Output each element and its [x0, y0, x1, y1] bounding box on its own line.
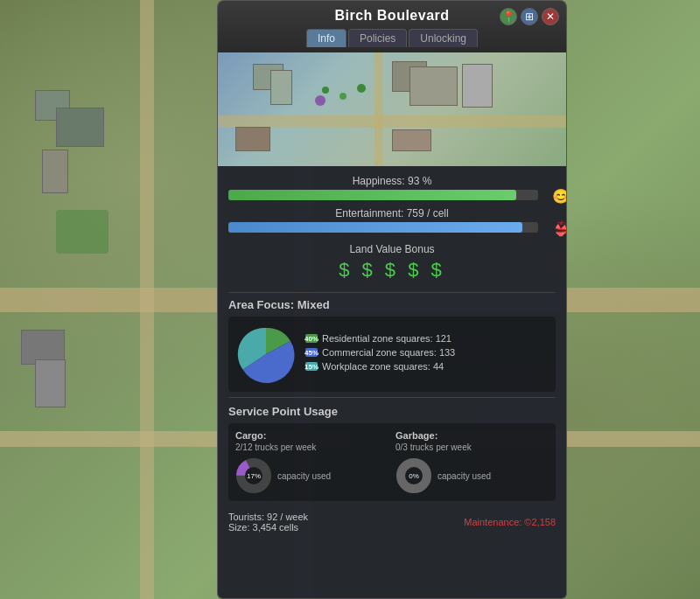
pie-legend: 40% Residential zone squares: 121 45% Co… — [305, 333, 549, 375]
legend-dot-cyan: 15% — [305, 362, 318, 371]
garbage-service: Garbage: 0/3 trucks per week 0% capacity… — [396, 430, 549, 494]
entertainment-icon: 👙 — [552, 220, 567, 237]
cargo-donut-row: 17% capacity used — [235, 457, 331, 494]
garbage-value: 0/3 trucks per week — [396, 442, 472, 452]
entertainment-stat: Entertainment: 759 / cell 👙 — [228, 207, 556, 233]
title-bar: Birch Boulevard 📍 ⊞ ✕ Info Policies Unlo… — [217, 0, 567, 52]
area-focus-pie-chart — [235, 324, 297, 385]
tourists-stat: Tourists: 92 / week — [228, 512, 308, 522]
cargo-capacity-label: capacity used — [277, 471, 331, 481]
legend-commercial: 45% Commercial zone squares: 133 — [305, 347, 549, 358]
service-point-title: Service Point Usage — [228, 405, 556, 418]
legend-dot-green: 40% — [305, 334, 318, 343]
cargo-service: Cargo: 2/12 trucks per week 17% capacity… — [235, 430, 388, 494]
legend-residential-text: Residential zone squares: 121 — [322, 333, 452, 344]
garbage-donut-row: 0% capacity used — [396, 457, 491, 494]
grid-icon-button[interactable]: ⊞ — [521, 8, 538, 25]
area-focus-title: Area Focus: Mixed — [228, 298, 556, 311]
svg-text:0%: 0% — [409, 472, 419, 480]
info-panel: Happiness: 93 % 😊 Entertainment: 759 / c… — [217, 166, 567, 599]
tab-bar: Info Policies Unlocking — [303, 29, 481, 47]
happiness-bar-bg — [228, 190, 538, 200]
happiness-icon: 😊 — [552, 188, 567, 205]
happiness-label: Happiness: 93 % — [228, 175, 556, 187]
divider-1 — [228, 292, 556, 293]
cargo-donut-chart: 17% — [235, 457, 272, 494]
location-screenshot — [217, 52, 567, 166]
land-value-label: Land Value Bonus — [228, 243, 556, 255]
map-icon-button[interactable]: 📍 — [500, 8, 517, 25]
legend-commercial-text: Commercial zone squares: 133 — [322, 347, 455, 358]
garbage-label: Garbage: — [396, 430, 438, 441]
cargo-value: 2/12 trucks per week — [235, 442, 316, 452]
legend-dot-blue: 45% — [305, 348, 318, 357]
size-stat: Size: 3,454 cells — [228, 522, 308, 533]
area-focus-content: 40% Residential zone squares: 121 45% Co… — [228, 317, 556, 392]
cargo-label: Cargo: — [235, 430, 266, 441]
happiness-bar-fill — [228, 190, 516, 200]
legend-workplace-text: Workplace zone squares: 44 — [322, 361, 444, 372]
entertainment-label: Entertainment: 759 / cell — [228, 207, 556, 219]
footer-left: Tourists: 92 / week Size: 3,454 cells — [228, 512, 308, 533]
title-icons: 📍 ⊞ ✕ — [500, 8, 559, 25]
tab-info[interactable]: Info — [306, 29, 346, 47]
entertainment-bar-bg — [228, 222, 538, 233]
garbage-donut-chart: 0% — [396, 457, 432, 494]
land-value-section: Land Value Bonus $ $ $ $ $ — [228, 240, 556, 285]
garbage-capacity-label: capacity used — [438, 471, 491, 481]
maintenance-stat: Maintenance: ©2,158 — [464, 517, 556, 527]
close-button[interactable]: ✕ — [542, 8, 559, 25]
footer-stats: Tourists: 92 / week Size: 3,454 cells Ma… — [228, 508, 556, 533]
entertainment-bar-fill — [228, 222, 522, 233]
divider-2 — [228, 397, 556, 398]
land-value-dollars: $ $ $ $ $ — [228, 259, 556, 282]
tab-policies[interactable]: Policies — [348, 29, 407, 47]
panel-title: Birch Boulevard — [334, 8, 449, 24]
service-grid: Cargo: 2/12 trucks per week 17% capacity… — [228, 423, 556, 501]
legend-residential: 40% Residential zone squares: 121 — [305, 333, 549, 344]
tab-unlocking[interactable]: Unlocking — [409, 29, 478, 47]
main-panel: Birch Boulevard 📍 ⊞ ✕ Info Policies Unlo… — [217, 0, 567, 599]
happiness-stat: Happiness: 93 % 😊 — [228, 175, 556, 200]
legend-workplace: 15% Workplace zone squares: 44 — [305, 361, 549, 372]
service-point-section: Service Point Usage Cargo: 2/12 trucks p… — [228, 405, 556, 501]
svg-text:17%: 17% — [247, 472, 261, 480]
